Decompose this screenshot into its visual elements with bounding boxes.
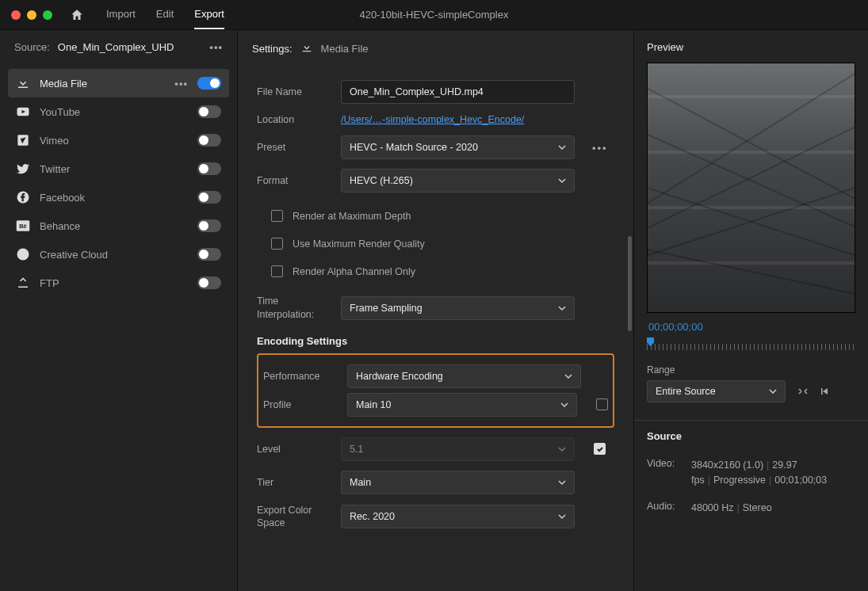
dest-label: Vimeo [40,135,188,147]
settings-title: Settings: [252,43,293,55]
tab-export[interactable]: Export [194,0,224,29]
video-meta-value: 3840x2160 (1.0)|29.97 fps|Progressive|00… [691,458,855,488]
facebook-icon [16,190,30,204]
dest-toggle[interactable] [197,191,221,204]
alpha-only-checkbox[interactable] [271,265,283,277]
encoding-settings-title: Encoding Settings [257,335,614,347]
chevron-down-icon [769,387,777,395]
dest-more-icon[interactable]: ••• [174,78,188,90]
range-select[interactable]: Entire Source [647,380,786,402]
destinations-list: Media File ••• YouTube Vimeo Twitter [0,64,237,302]
scrollbar-thumb[interactable] [628,236,632,331]
source-more-icon[interactable]: ••• [209,41,223,53]
level-lock-checkbox[interactable] [594,443,606,455]
dest-label: Creative Cloud [40,249,188,261]
dest-behance[interactable]: Bē Behance [8,212,229,240]
settings-subtitle: Media File [321,43,369,55]
tier-value: Main [350,477,371,488]
zoom-fit-icon[interactable] [793,380,813,402]
tier-select[interactable]: Main [341,471,575,494]
chevron-down-icon [558,177,566,185]
dest-vimeo[interactable]: Vimeo [8,126,229,154]
profile-select[interactable]: Main 10 [347,393,577,417]
timeline[interactable] [647,337,855,352]
dest-media-file[interactable]: Media File ••• [8,69,229,97]
file-name-input[interactable] [341,80,575,104]
dest-twitter[interactable]: Twitter [8,154,229,183]
dest-label: Media File [40,78,165,90]
alpha-only-label: Render Alpha Channel Only [293,266,415,277]
chevron-down-icon [558,479,566,486]
profile-lock-checkbox[interactable] [596,398,608,410]
vimeo-icon [16,133,30,147]
performance-select[interactable]: Hardware Encoding [347,364,581,388]
preset-select[interactable]: HEVC - Match Source - 2020 [341,135,575,159]
maximize-window[interactable] [43,10,52,20]
performance-label: Performance [263,370,336,383]
chevron-down-icon [560,401,568,409]
file-name-label: File Name [257,86,330,98]
twitter-icon [16,162,30,176]
location-link[interactable]: /Users/…-simple-complex_Hevc_Encode/ [341,114,524,125]
behance-icon: Bē [16,219,30,233]
tier-label: Tier [257,476,330,489]
tab-import[interactable]: Import [106,0,136,29]
location-label: Location [257,113,330,126]
audio-meta-value: 48000 Hz|Stereo [691,501,855,516]
range-value: Entire Source [656,386,716,397]
svg-text:Bē: Bē [19,223,27,230]
profile-value: Main 10 [356,399,391,410]
level-label: Level [257,443,330,456]
dest-toggle[interactable] [197,276,221,289]
svg-rect-6 [821,388,823,395]
time-interp-value: Frame Sampling [350,303,423,314]
chevron-down-icon [558,513,566,520]
dest-toggle[interactable] [197,162,221,175]
chevron-down-icon [558,445,566,453]
preset-value: HEVC - Match Source - 2020 [350,142,478,153]
time-interp-label: Time Interpolation: [257,295,330,321]
dest-toggle[interactable] [197,248,221,261]
level-select: 5.1 [341,437,575,461]
dest-ftp[interactable]: FTP [8,269,229,297]
close-window[interactable] [11,10,21,20]
time-interp-select[interactable]: Frame Sampling [341,296,575,320]
dest-facebook[interactable]: Facebook [8,183,229,212]
level-value: 5.1 [350,444,363,455]
max-quality-label: Use Maximum Render Quality [293,238,425,250]
preset-more-icon[interactable]: ••• [592,142,608,154]
source-label: Source: [14,41,50,53]
colorspace-value: Rec. 2020 [350,511,395,522]
dest-label: Behance [40,220,188,232]
creative-cloud-icon [16,247,30,261]
chevron-down-icon [564,372,572,380]
max-depth-checkbox[interactable] [271,210,283,222]
max-quality-checkbox[interactable] [271,238,283,250]
dest-label: YouTube [40,106,188,118]
window-title: 420-10bit-HEVC-simpleComplex [360,9,509,21]
dest-toggle[interactable] [197,105,221,118]
colorspace-label: Export Color Space [257,504,330,530]
dest-toggle[interactable] [197,77,221,90]
highlight-box: Performance Hardware Encoding Profile Ma… [257,353,614,428]
preview-title: Preview [647,41,855,53]
audio-meta-label: Audio: [647,501,683,516]
performance-value: Hardware Encoding [356,371,443,382]
step-back-icon[interactable] [816,380,835,402]
dest-creative-cloud[interactable]: Creative Cloud [8,240,229,269]
minimize-window[interactable] [27,10,36,20]
source-name: One_Min_Complex_UHD [58,41,202,53]
colorspace-select[interactable]: Rec. 2020 [341,505,575,528]
chevron-down-icon [558,304,566,312]
dest-toggle[interactable] [197,219,221,232]
tab-edit[interactable]: Edit [156,0,174,29]
download-icon [16,76,30,90]
youtube-icon [16,105,30,119]
chevron-down-icon [558,143,566,151]
home-icon[interactable] [70,8,84,22]
timecode: 00;00;00;00 [648,321,855,333]
dest-toggle[interactable] [197,134,221,147]
format-select[interactable]: HEVC (H.265) [341,169,575,193]
preview-frame [647,63,855,313]
dest-youtube[interactable]: YouTube [8,97,229,126]
